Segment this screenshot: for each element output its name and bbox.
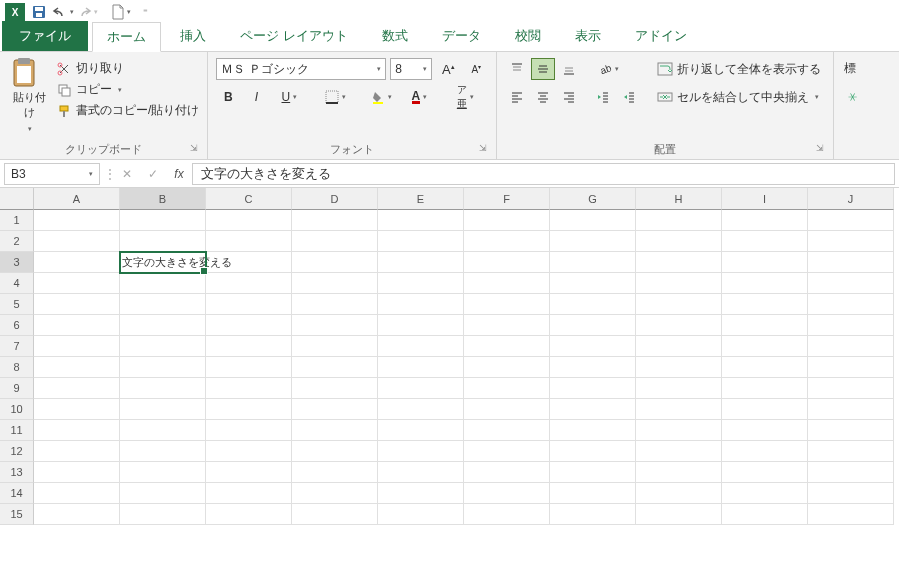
cell[interactable] [378,357,464,378]
cell[interactable] [722,420,808,441]
cell[interactable] [464,462,550,483]
cell[interactable] [206,231,292,252]
borders-button[interactable]: ▾ [318,86,352,108]
cell[interactable] [378,336,464,357]
cell[interactable]: 文字の大きさを変える [120,252,206,273]
cell[interactable] [120,231,206,252]
cell[interactable] [636,336,722,357]
cell[interactable] [550,315,636,336]
cell[interactable] [464,252,550,273]
cell[interactable] [206,483,292,504]
cell[interactable] [464,273,550,294]
cell[interactable] [120,294,206,315]
cell[interactable] [292,357,378,378]
column-header[interactable]: C [206,188,292,210]
cell[interactable] [206,357,292,378]
cell[interactable] [292,273,378,294]
cell[interactable] [34,252,120,273]
cell[interactable] [464,210,550,231]
cell[interactable] [292,441,378,462]
cell[interactable] [292,462,378,483]
cell[interactable] [206,378,292,399]
copy-button[interactable]: コピー ▾ [56,81,199,98]
cell[interactable] [292,315,378,336]
cell[interactable] [550,462,636,483]
column-header[interactable]: B [120,188,206,210]
phonetic-button[interactable]: ア亜 ▾ [448,86,482,108]
cell[interactable] [120,462,206,483]
cell[interactable] [378,231,464,252]
cell[interactable] [34,504,120,525]
cell[interactable] [722,231,808,252]
cell[interactable] [120,378,206,399]
wrap-text-button[interactable]: 折り返して全体を表示する [653,58,825,80]
align-middle-button[interactable] [531,58,555,80]
cell[interactable] [722,357,808,378]
dialog-launcher-icon[interactable]: ⇲ [476,143,490,157]
cell[interactable] [292,294,378,315]
tab-home[interactable]: ホーム [92,22,161,52]
cell[interactable] [550,231,636,252]
cell[interactable] [292,399,378,420]
tab-data[interactable]: データ [427,21,496,51]
row-header[interactable]: 11 [0,420,34,441]
cell[interactable] [120,357,206,378]
column-header[interactable]: F [464,188,550,210]
cell[interactable] [636,294,722,315]
cell[interactable] [120,210,206,231]
cell[interactable] [722,483,808,504]
cell[interactable] [378,294,464,315]
row-header[interactable]: 12 [0,441,34,462]
cell[interactable] [808,294,894,315]
cell[interactable] [550,504,636,525]
cell[interactable] [550,294,636,315]
cell[interactable] [34,441,120,462]
tab-formulas[interactable]: 数式 [367,21,423,51]
cell[interactable] [808,420,894,441]
cell[interactable] [206,315,292,336]
cell[interactable] [34,483,120,504]
align-center-button[interactable] [531,86,555,108]
tab-review[interactable]: 校閲 [500,21,556,51]
customize-qat[interactable]: ⁼ [134,2,156,22]
cell[interactable] [722,441,808,462]
font-size-combo[interactable]: 8 ▾ [390,58,432,80]
tab-file[interactable]: ファイル [2,21,88,51]
cell[interactable] [808,210,894,231]
percent-button[interactable]: ⚹ [842,85,866,107]
fill-color-button[interactable]: ▾ [364,86,398,108]
cell[interactable] [722,315,808,336]
tab-view[interactable]: 表示 [560,21,616,51]
cell[interactable] [206,294,292,315]
cell[interactable] [464,399,550,420]
cell[interactable] [34,462,120,483]
cell[interactable] [378,483,464,504]
dialog-launcher-icon[interactable]: ⇲ [187,143,201,157]
cell[interactable] [120,420,206,441]
cell[interactable] [120,483,206,504]
cell[interactable] [120,336,206,357]
cut-button[interactable]: 切り取り [56,60,199,77]
cell[interactable] [378,210,464,231]
dialog-launcher-icon[interactable]: ⇲ [813,143,827,157]
cell[interactable] [206,462,292,483]
cell[interactable] [808,252,894,273]
cell[interactable] [808,462,894,483]
cell[interactable] [120,504,206,525]
redo-button[interactable]: ▾ [76,2,98,22]
paste-button[interactable]: 貼り付け ▾ [8,56,50,134]
app-icon[interactable]: X [4,2,26,22]
cell[interactable] [636,399,722,420]
cell[interactable] [292,210,378,231]
cell[interactable] [636,273,722,294]
row-header[interactable]: 5 [0,294,34,315]
row-header[interactable]: 2 [0,231,34,252]
tab-insert[interactable]: 挿入 [165,21,221,51]
column-header[interactable]: H [636,188,722,210]
cell[interactable] [808,399,894,420]
cell[interactable] [378,441,464,462]
cell[interactable] [34,231,120,252]
cell[interactable] [378,252,464,273]
cell[interactable] [34,210,120,231]
column-header[interactable]: A [34,188,120,210]
